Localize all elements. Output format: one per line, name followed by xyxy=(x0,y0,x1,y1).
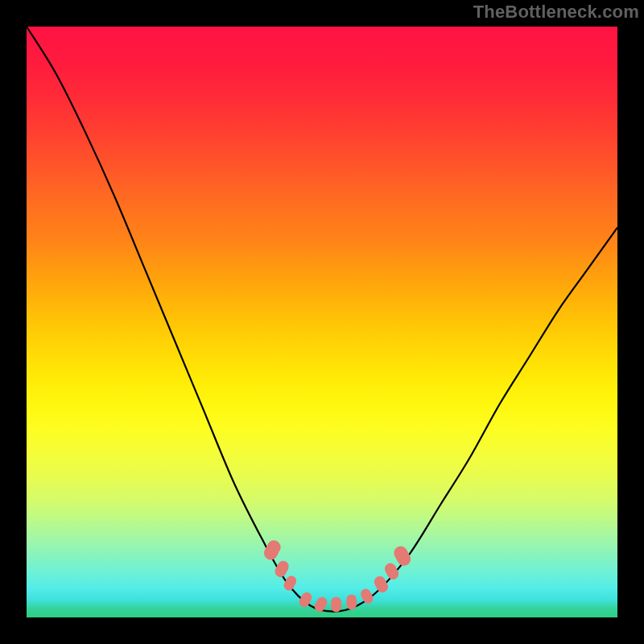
chart-plot-area xyxy=(27,27,617,617)
chart-stage: TheBottleneck.com xyxy=(0,0,644,644)
chart-svg xyxy=(27,27,617,617)
curve-marker xyxy=(382,561,400,581)
curve-marker xyxy=(282,574,298,592)
watermark-text: TheBottleneck.com xyxy=(473,2,639,23)
curve-marker xyxy=(262,538,283,562)
curve-marker xyxy=(331,597,341,612)
bottleneck-curve-path xyxy=(27,27,617,612)
curve-marker xyxy=(346,595,357,610)
curve-markers xyxy=(262,538,413,613)
curve-marker xyxy=(273,559,291,579)
curve-marker xyxy=(391,544,413,568)
curve-marker xyxy=(372,574,390,594)
